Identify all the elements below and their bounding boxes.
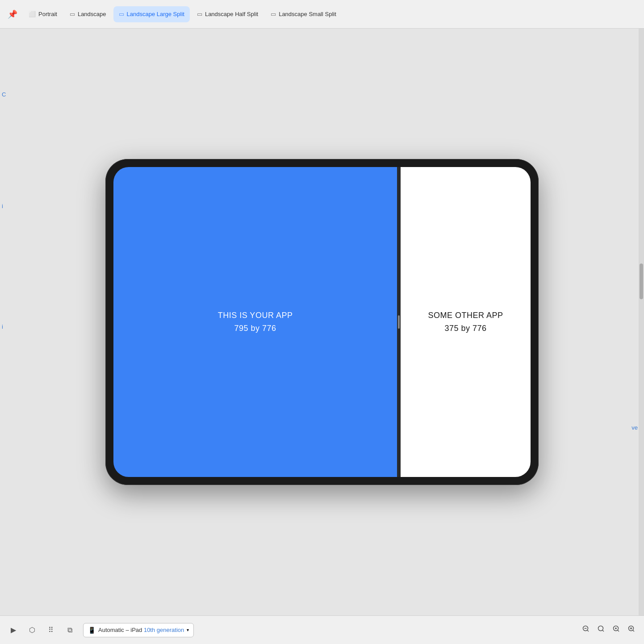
- device-icon: 📱: [88, 627, 96, 634]
- zoom-controls: [579, 623, 639, 637]
- svg-line-8: [618, 630, 619, 631]
- tab-landscape-small-split[interactable]: ▭ Landscape Small Split: [265, 6, 342, 22]
- device-label: Automatic – iPad: [98, 627, 142, 633]
- play-button[interactable]: ▶: [5, 622, 21, 638]
- sidebar-label-top: C: [0, 89, 8, 100]
- ipad-screen: THIS IS YOUR APP 795 by 776 SOME OTHER A…: [113, 167, 531, 477]
- tab-landscape-half-split[interactable]: ▭ Landscape Half Split: [192, 6, 263, 22]
- tab-portrait[interactable]: ⬜ Portrait: [23, 6, 63, 22]
- tab-landscape-label: Landscape: [78, 11, 106, 17]
- tab-portrait-icon: ⬜: [29, 11, 36, 17]
- tab-landscape-small-split-label: Landscape Small Split: [279, 11, 336, 17]
- device-gen: 10th generation: [144, 627, 184, 633]
- tab-portrait-label: Portrait: [38, 11, 57, 17]
- split-divider[interactable]: [397, 167, 401, 477]
- tab-landscape-large-split-icon: ▭: [119, 11, 124, 17]
- secondary-app-size: 375 by 776: [428, 322, 503, 335]
- cursor-icon: ⬡: [29, 626, 35, 634]
- tab-landscape[interactable]: ▭ Landscape: [64, 6, 112, 22]
- zoom-fit-icon: [597, 625, 605, 635]
- zoom-reset-button[interactable]: [609, 623, 623, 637]
- grid-icon: ⠿: [48, 626, 54, 634]
- bottom-bar: ▶ ⬡ ⠿ ⧉ 📱 Automatic – iPad 10th generati…: [0, 615, 644, 644]
- scrollbar-thumb[interactable]: [640, 263, 643, 299]
- tab-landscape-small-split-icon: ▭: [271, 11, 276, 17]
- pin-button[interactable]: 📌: [4, 6, 21, 22]
- ipad-frame: THIS IS YOUR APP 795 by 776 SOME OTHER A…: [105, 159, 539, 485]
- scrollbar[interactable]: [639, 29, 644, 615]
- tab-landscape-half-split-icon: ▭: [197, 11, 202, 17]
- svg-point-3: [598, 626, 603, 631]
- zoom-out-button[interactable]: [579, 623, 593, 637]
- zoom-out-icon: [582, 625, 590, 635]
- split-handle: [398, 315, 400, 329]
- main-app-text: THIS IS YOUR APP 795 by 776: [218, 309, 293, 335]
- cursor-button[interactable]: ⬡: [24, 622, 40, 638]
- chevron-down-icon: ▾: [187, 627, 189, 632]
- secondary-app-text: SOME OTHER APP 375 by 776: [428, 309, 503, 335]
- main-app-pane: THIS IS YOUR APP 795 by 776: [113, 167, 397, 477]
- tab-landscape-large-split-label: Landscape Large Split: [127, 11, 184, 17]
- adjust-icon: ⧉: [67, 626, 72, 634]
- main-content: THIS IS YOUR APP 795 by 776 SOME OTHER A…: [0, 29, 644, 615]
- svg-line-2: [587, 630, 589, 631]
- main-app-size: 795 by 776: [218, 322, 293, 335]
- secondary-app-pane: SOME OTHER APP 375 by 776: [401, 167, 531, 477]
- play-icon: ▶: [11, 626, 16, 634]
- tab-landscape-icon: ▭: [70, 11, 75, 17]
- right-edge-label: ve: [631, 424, 638, 431]
- sidebar-label-mid: i: [0, 201, 5, 211]
- sidebar-label-low: i: [0, 322, 5, 332]
- main-app-label: THIS IS YOUR APP: [218, 309, 293, 322]
- zoom-in-icon: [627, 625, 636, 635]
- device-selector-text: Automatic – iPad 10th generation: [98, 627, 184, 633]
- zoom-in-button[interactable]: [624, 623, 639, 637]
- secondary-app-label: SOME OTHER APP: [428, 309, 503, 322]
- tab-landscape-half-split-label: Landscape Half Split: [205, 11, 258, 17]
- grid-button[interactable]: ⠿: [43, 622, 59, 638]
- zoom-reset-icon: [612, 625, 620, 635]
- svg-line-4: [602, 630, 604, 631]
- svg-line-12: [633, 630, 634, 631]
- adjust-button[interactable]: ⧉: [62, 622, 78, 638]
- tab-bar: 📌 ⬜ Portrait ▭ Landscape ▭ Landscape Lar…: [0, 0, 644, 29]
- zoom-fit-button[interactable]: [594, 623, 608, 637]
- tab-landscape-large-split[interactable]: ▭ Landscape Large Split: [113, 6, 190, 22]
- device-selector[interactable]: 📱 Automatic – iPad 10th generation ▾: [83, 623, 194, 637]
